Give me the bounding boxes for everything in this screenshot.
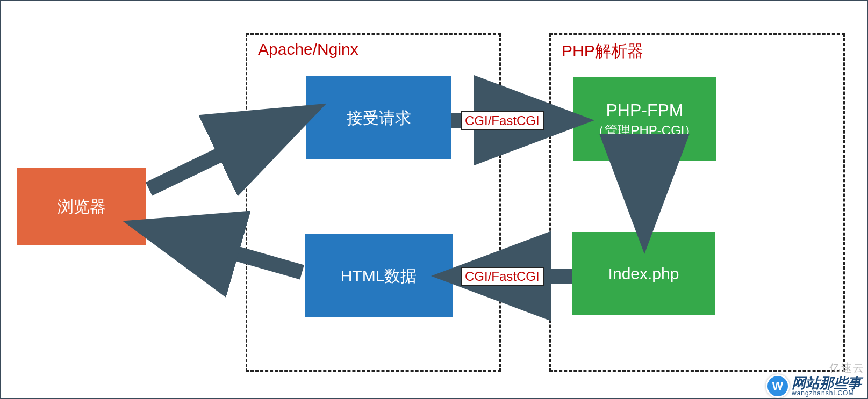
php-parser-title: PHP解析器 bbox=[562, 40, 643, 62]
logo-cn: 网站那些事 bbox=[792, 376, 862, 390]
html-data-box: HTML数据 bbox=[305, 234, 453, 317]
cgi-label-bottom: CGI/FastCGI bbox=[461, 267, 544, 286]
svg-line-3 bbox=[152, 229, 302, 272]
apache-nginx-title: Apache/Nginx bbox=[258, 40, 358, 59]
logo-text-block: 网站那些事 wangzhanshi.COM bbox=[792, 376, 862, 396]
browser-box: 浏览器 bbox=[17, 168, 146, 245]
svg-line-1 bbox=[149, 117, 299, 189]
accept-request-box: 接受请求 bbox=[306, 76, 451, 159]
logo-en: wangzhanshi.COM bbox=[792, 390, 862, 396]
php-fpm-box: PHP-FPM （管理PHP-CGI） bbox=[573, 77, 716, 161]
php-fpm-line1: PHP-FPM bbox=[606, 99, 684, 122]
diagram-canvas: 浏览器 Apache/Nginx 接受请求 HTML数据 PHP解析器 PHP-… bbox=[0, 0, 868, 399]
watermark-text: 亿速云 bbox=[829, 361, 865, 375]
html-data-label: HTML数据 bbox=[341, 265, 417, 286]
index-php-label: Index.php bbox=[608, 263, 679, 284]
cgi-label-top: CGI/FastCGI bbox=[461, 111, 544, 130]
site-logo: W 网站那些事 wangzhanshi.COM bbox=[766, 374, 862, 398]
index-php-box: Index.php bbox=[572, 232, 715, 315]
php-fpm-line2: （管理PHP-CGI） bbox=[592, 122, 697, 139]
arrow-htmldata-to-browser bbox=[135, 219, 307, 321]
logo-badge-icon: W bbox=[766, 374, 790, 398]
accept-request-label: 接受请求 bbox=[347, 107, 411, 128]
browser-label: 浏览器 bbox=[58, 196, 106, 217]
arrow-fpm-to-index bbox=[633, 161, 665, 236]
arrow-browser-to-request bbox=[144, 95, 310, 197]
